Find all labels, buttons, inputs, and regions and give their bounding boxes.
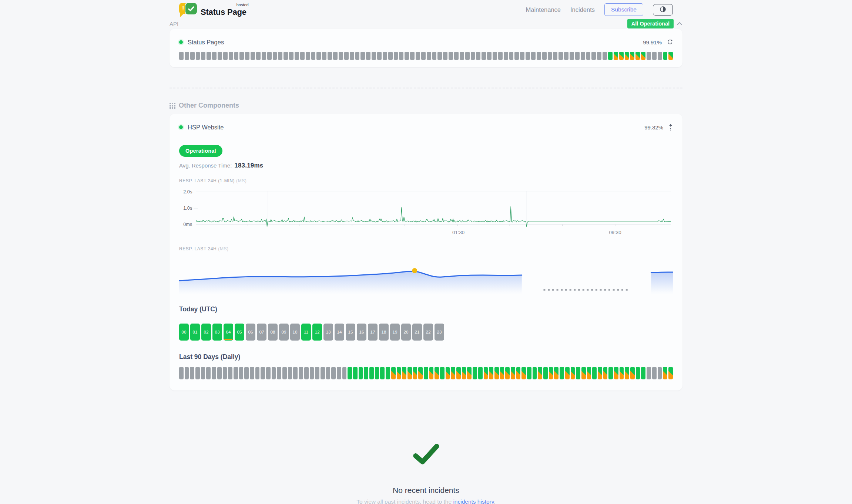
uptime-bar (454, 52, 459, 60)
svg-text:1.0s: 1.0s (183, 205, 192, 211)
incidents-history-link[interactable]: incidents history (453, 498, 494, 504)
uptime-bar (652, 367, 657, 379)
uptime-bar (465, 52, 470, 60)
uptime-bar (443, 52, 447, 60)
status-row: API All Operational (170, 19, 682, 28)
uptime-bar (608, 52, 613, 60)
uptime-bar (277, 367, 281, 379)
uptime-bar (299, 367, 303, 379)
section-divider (170, 88, 682, 88)
hour-block: 19 (390, 324, 400, 341)
uptime-bar (514, 52, 519, 60)
uptime-bar (543, 367, 548, 379)
uptime-bar (244, 367, 249, 379)
refresh-icon[interactable] (667, 39, 673, 45)
uptime-bar (570, 52, 574, 60)
status-dot-icon (179, 40, 183, 44)
uptime-bar (316, 52, 321, 60)
hour-block: 06 (246, 324, 255, 341)
hour-block: 17 (368, 324, 378, 341)
uptime-bar (635, 52, 640, 60)
uptime-bar (196, 52, 200, 60)
uptime-bar (432, 52, 437, 60)
brand-logo[interactable]: ! hosted Status Page (179, 3, 246, 16)
uptime-bar (201, 52, 205, 60)
uptime-bar (228, 367, 232, 379)
last90-bar-strip (179, 367, 673, 379)
uptime-bar (487, 52, 492, 60)
uptime-bar (399, 52, 403, 60)
uptime-bar (592, 367, 597, 379)
avg-response-time: Avg. Response Time:183.19ms (179, 162, 673, 169)
component-meta: 99.32% (644, 124, 673, 131)
uptime-bar (446, 367, 450, 379)
subscribe-button[interactable]: Subscribe (604, 3, 643, 16)
uptime-bar (190, 52, 195, 60)
uptime-bar (520, 52, 524, 60)
uptime-bar (278, 52, 282, 60)
chart2-label: RESP. LAST 24H (MS) (179, 246, 673, 251)
uptime-bar (339, 52, 343, 60)
uptime-bar (267, 52, 272, 60)
uptime-bar (288, 367, 292, 379)
hour-block: 21 (412, 324, 422, 341)
uptime-bar (505, 367, 510, 379)
nav-maintenance[interactable]: Maintenance (526, 6, 561, 13)
uptime-bar (239, 52, 244, 60)
response-time-line-chart: 2.0s1.0s0ms01:3009:30 (179, 186, 673, 242)
uptime-bar (489, 367, 493, 379)
uptime-bar (333, 52, 338, 60)
uptime-bar (647, 367, 651, 379)
uptime-bar (380, 367, 385, 379)
api-section-title: API (170, 21, 178, 27)
hour-block: 00 (179, 324, 189, 341)
check-bubble-icon (185, 3, 197, 14)
uptime-bar (218, 52, 222, 60)
uptime-bar (261, 367, 265, 379)
uptime-bar (537, 52, 541, 60)
status-badge: Operational (179, 145, 222, 157)
uptime-bar (386, 367, 390, 379)
uptime-bar (212, 367, 216, 379)
uptime-bar (538, 367, 542, 379)
hour-block: 20 (401, 324, 411, 341)
uptime-bar (394, 52, 398, 60)
uptime-bar (449, 52, 453, 60)
status-dot-icon (179, 125, 183, 129)
hour-block: 10 (290, 324, 300, 341)
uptime-bar (300, 52, 305, 60)
uptime-bar (273, 52, 277, 60)
uptime-bar (306, 52, 310, 60)
uptime-bar (668, 367, 673, 379)
uptime-bar (619, 52, 624, 60)
uptime-bar (521, 367, 526, 379)
uptime-bar (239, 367, 244, 379)
uptime-bar (311, 52, 316, 60)
uptime-bar (223, 52, 228, 60)
uptime-bar (315, 367, 319, 379)
uptime-bar (641, 52, 645, 60)
uptime-bar (587, 367, 591, 379)
hour-block: 23 (435, 324, 444, 341)
uptime-bar (245, 52, 249, 60)
chevron-up-icon (677, 20, 682, 27)
uptime-bar (251, 52, 255, 60)
uptime-bar (516, 367, 521, 379)
trend-up-icon[interactable] (668, 124, 673, 131)
nav-incidents[interactable]: Incidents (570, 6, 595, 13)
uptime-bar (467, 367, 472, 379)
grid-icon (170, 103, 175, 109)
hour-block: 02 (201, 324, 211, 341)
overall-status[interactable]: All Operational (627, 19, 682, 28)
uptime-bar (554, 367, 559, 379)
uptime-bar (456, 367, 461, 379)
uptime-bar (493, 52, 497, 60)
uptime-bar (421, 52, 426, 60)
component-name: Status Pages (188, 39, 224, 46)
theme-toggle-button[interactable] (653, 4, 673, 16)
api-component-card: Status Pages 99.91% (170, 29, 682, 67)
uptime-bar (331, 367, 336, 379)
other-components-header: Other Components (170, 102, 682, 109)
uptime-bar (229, 52, 233, 60)
uptime-bar (576, 367, 580, 379)
